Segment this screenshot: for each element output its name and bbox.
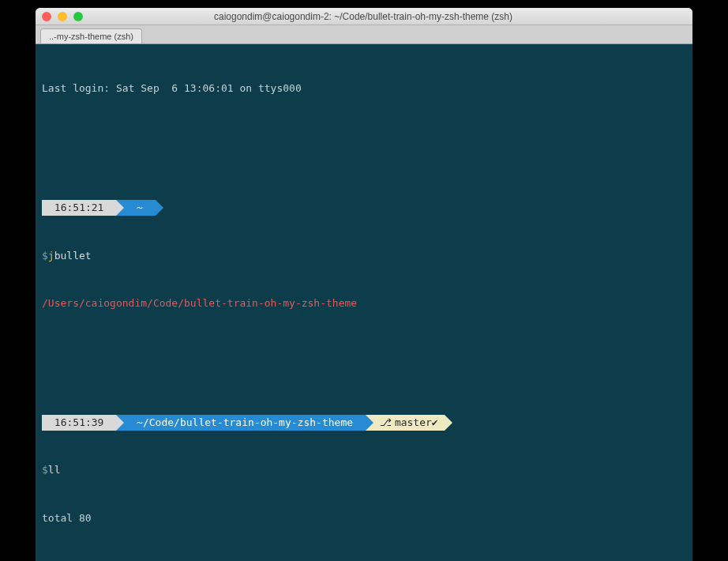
check-icon: ✔ xyxy=(432,415,438,431)
window-title: caiogondim@caiogondim-2: ~/Code/bullet-t… xyxy=(40,11,686,22)
prompt-dollar: $ xyxy=(42,248,48,264)
arrow-icon xyxy=(156,200,163,216)
tab-terminal[interactable]: ..-my-zsh-theme (zsh) xyxy=(40,28,142,43)
git-branch-icon: ⎇ xyxy=(380,415,392,431)
autojump-command: j xyxy=(48,248,54,264)
list-item: 0 drwxr-xr-x 11 caiogondim staff 374 Aug… xyxy=(42,558,686,561)
ls-total: total 80 xyxy=(42,510,686,526)
tabbar: ..-my-zsh-theme (zsh) xyxy=(36,25,692,44)
ll-command: ll xyxy=(48,462,61,478)
terminal-body[interactable]: Last login: Sat Sep 6 13:06:01 on ttys00… xyxy=(36,44,692,561)
last-login-line: Last login: Sat Sep 6 13:06:01 on ttys00… xyxy=(42,81,686,96)
command-arg: bullet xyxy=(54,248,92,264)
path-segment: ~ xyxy=(124,200,155,216)
command-line-1: $ j bullet xyxy=(42,248,686,264)
time-value: 16:51:21 xyxy=(54,200,104,216)
prompt-line-1: 16:51:21 ~ xyxy=(42,200,686,216)
prompt-line-2: 16:51:39 ~/Code/bullet-train-oh-my-zsh-t… xyxy=(42,415,686,431)
path-value: ~ xyxy=(137,200,143,216)
time-value: 16:51:39 xyxy=(54,415,104,431)
time-segment: 16:51:21 xyxy=(42,200,116,216)
arrow-icon xyxy=(116,200,124,216)
arrow-icon xyxy=(116,415,124,431)
arrow-icon xyxy=(445,415,452,431)
git-segment: ⎇ master ✔ xyxy=(373,415,445,431)
arrow-icon xyxy=(366,415,373,431)
terminal-window: caiogondim@caiogondim-2: ~/Code/bullet-t… xyxy=(36,8,692,561)
prompt-dollar: $ xyxy=(42,462,48,478)
git-branch-name: master xyxy=(395,415,432,431)
time-segment: 16:51:39 xyxy=(42,415,116,431)
ls-output: 0 drwxr-xr-x 11 caiogondim staff 374 Aug… xyxy=(42,558,686,561)
path-segment: ~/Code/bullet-train-oh-my-zsh-theme xyxy=(124,415,366,431)
resolved-path: /Users/caiogondim/Code/bullet-train-oh-m… xyxy=(42,296,686,311)
path-value: ~/Code/bullet-train-oh-my-zsh-theme xyxy=(137,415,353,431)
titlebar: caiogondim@caiogondim-2: ~/Code/bullet-t… xyxy=(36,8,692,25)
command-line-2: $ ll xyxy=(42,462,686,478)
